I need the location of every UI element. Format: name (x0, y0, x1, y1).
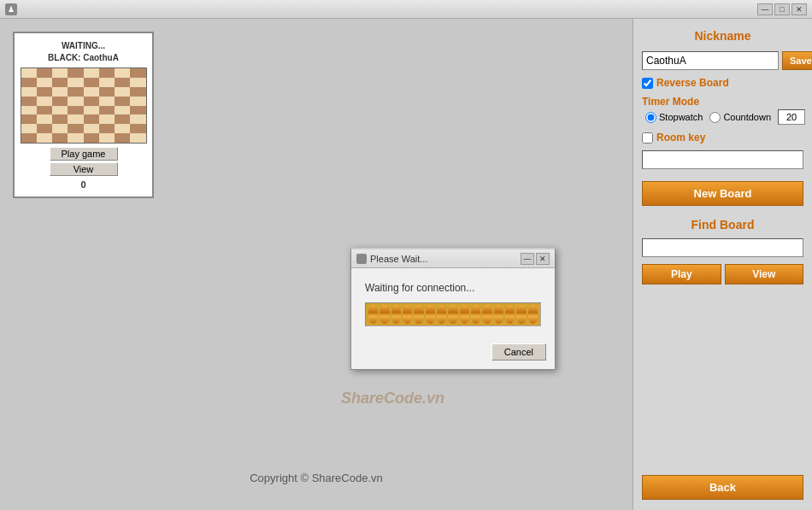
timer-mode-section: Timer Mode Stopwatch Countdown min (642, 96, 803, 125)
dialog-app-icon (356, 254, 367, 264)
progress-bar-container (365, 302, 541, 326)
timer-mode-label: Timer Mode (642, 96, 803, 108)
reverse-board-row: Reverse Board (642, 77, 803, 89)
find-board-buttons: Play View (642, 264, 803, 284)
save-button[interactable]: Save (782, 51, 812, 70)
find-view-button[interactable]: View (725, 264, 804, 284)
back-button[interactable]: Back (642, 475, 803, 500)
progress-segment (505, 305, 515, 324)
please-wait-dialog: Please Wait... — ✕ Waiting for connectio… (350, 248, 556, 370)
dialog-minimize-button[interactable]: — (521, 253, 534, 265)
cancel-button[interactable]: Cancel (491, 343, 546, 361)
main-container: WAITING... BLACK: CaothuA Play game View… (0, 19, 812, 510)
room-key-input[interactable] (642, 150, 803, 169)
dialog-close-button[interactable]: ✕ (536, 253, 550, 265)
room-key-label: Room key (656, 132, 705, 144)
room-key-row: Room key (642, 132, 803, 144)
find-play-button[interactable]: Play (642, 264, 721, 284)
progress-segment (471, 305, 480, 324)
sidebar: Nickname Save Reverse Board Timer Mode S… (633, 19, 812, 510)
app-icon: ♟ (5, 3, 17, 15)
progress-segment (528, 305, 538, 324)
nickname-title: Nickname (642, 29, 803, 43)
close-button[interactable]: ✕ (791, 3, 807, 15)
stopwatch-radio-group: Stopwatch (645, 112, 703, 123)
progress-segment (437, 305, 446, 324)
countdown-value-input[interactable] (778, 109, 805, 125)
reverse-board-label: Reverse Board (656, 77, 729, 89)
title-bar-left: ♟ (5, 3, 17, 15)
progress-segment (426, 305, 435, 324)
progress-segment (380, 305, 389, 324)
minimize-button[interactable]: — (757, 3, 773, 15)
dialog-message: Waiting for connection... (365, 282, 541, 294)
timer-options: Stopwatch Countdown min (645, 109, 803, 125)
room-key-checkbox[interactable] (642, 132, 653, 144)
find-board-title: Find Board (642, 218, 803, 232)
game-area: WAITING... BLACK: CaothuA Play game View… (0, 19, 633, 510)
progress-segment (482, 305, 491, 324)
nickname-input[interactable] (642, 51, 779, 70)
reverse-board-checkbox[interactable] (642, 78, 653, 89)
dialog-title: Please Wait... (356, 254, 427, 264)
find-board-input[interactable] (642, 238, 803, 257)
dialog-title-text: Please Wait... (370, 254, 427, 264)
progress-bar-track (366, 303, 540, 325)
countdown-label: Countdown (723, 112, 771, 122)
progress-segment (368, 305, 378, 324)
dialog-controls: — ✕ (521, 253, 550, 265)
dialog-titlebar: Please Wait... — ✕ (351, 249, 555, 268)
progress-segment (391, 305, 401, 324)
dialog-footer: Cancel (351, 343, 555, 369)
progress-segment (448, 305, 457, 324)
dialog-body: Waiting for connection... (351, 268, 555, 343)
title-bar-controls: — □ ✕ (757, 3, 807, 15)
nickname-row: Save (642, 51, 803, 70)
countdown-radio[interactable] (709, 112, 721, 123)
sidebar-spacer (642, 291, 803, 468)
dialog-overlay: Please Wait... — ✕ Waiting for connectio… (0, 19, 633, 510)
title-bar: ♟ — □ ✕ (0, 0, 812, 19)
new-board-button[interactable]: New Board (642, 181, 803, 206)
maximize-button[interactable]: □ (774, 3, 790, 15)
progress-segment (403, 305, 412, 324)
progress-segment (460, 305, 469, 324)
countdown-radio-group: Countdown (709, 112, 771, 123)
progress-segment (414, 305, 423, 324)
stopwatch-radio[interactable] (645, 112, 656, 123)
progress-segment (494, 305, 503, 324)
progress-segment (516, 305, 526, 324)
stopwatch-label: Stopwatch (659, 112, 703, 122)
